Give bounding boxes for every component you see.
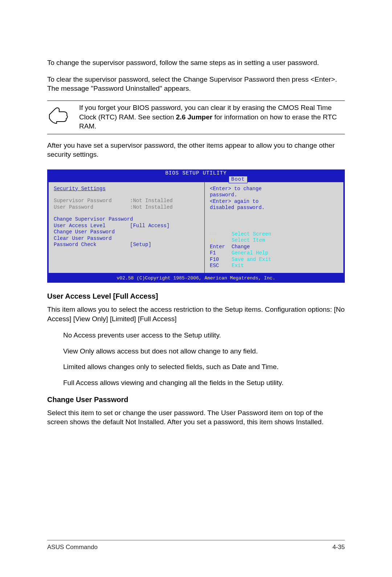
bios-title: BIOS SETUP UTILITY: [165, 170, 226, 176]
legend-key: F1: [210, 250, 232, 257]
ual-option: Full Access allows viewing and changing …: [63, 378, 345, 388]
bios-item[interactable]: Change Supervisor Password: [54, 216, 200, 223]
note-block: If you forget your BIOS password, you ca…: [47, 103, 345, 131]
bios-help-line: password.: [210, 192, 337, 199]
bios-right-pane: <Enter> to change password. <Enter> agai…: [205, 182, 343, 273]
para-cup-desc: Select this item to set or change the us…: [47, 408, 345, 427]
bios-help-line: <Enter> again to: [210, 199, 337, 205]
bios-section-title: Security Settings: [54, 186, 200, 192]
bios-help: <Enter> to change password. <Enter> agai…: [210, 186, 337, 211]
bios-item-value: [130, 229, 200, 236]
bios-screen: BIOS SETUP UTILITY Boot Security Setting…: [47, 169, 345, 283]
bios-item[interactable]: Clear User Password: [54, 236, 200, 242]
bios-legend-row: F1General Help: [210, 250, 337, 257]
footer-page-number: 4-35: [332, 543, 345, 552]
legend-text: Exit: [232, 263, 244, 269]
bios-legend-row: ESCExit: [210, 263, 337, 269]
legend-text: Select Screen: [232, 231, 271, 238]
ual-option-list: No Access prevents user access to the Se…: [63, 331, 345, 388]
note-bold: 2.6 Jumper: [176, 113, 212, 121]
bios-item-label: Change User Password: [54, 229, 130, 236]
legend-text: Save and Exit: [232, 257, 271, 263]
bios-item[interactable]: Change User Password: [54, 229, 200, 236]
bios-title-bar: BIOS SETUP UTILITY Boot: [47, 169, 345, 177]
heading-change-user-password: Change User Password: [47, 395, 345, 405]
bios-item-label: Change Supervisor Password: [54, 216, 133, 223]
bios-item-value: [Full Access]: [130, 223, 200, 229]
bios-body: Security Settings Supervisor Password :N…: [47, 177, 345, 274]
bios-legend-row: F10Save and Exit: [210, 257, 337, 263]
heading-user-access-level: User Access Level [Full Access]: [47, 291, 345, 301]
bios-item-value: [Setup]: [130, 242, 200, 248]
bios-item-value: [130, 236, 200, 242]
legend-text: Change: [232, 244, 250, 250]
bios-item[interactable]: User Access Level [Full Access]: [54, 223, 200, 229]
bios-status-value: :Not Installed: [130, 198, 200, 204]
bios-help-line: <Enter> to change: [210, 186, 337, 192]
bios-status-value: :Not Installed: [130, 204, 200, 211]
para-ual-desc: This item allows you to select the acces…: [47, 305, 345, 323]
note-separator-top: [47, 101, 345, 101]
note-separator-bottom: [47, 134, 345, 134]
ual-option: No Access prevents user access to the Se…: [63, 331, 345, 340]
para-change-supervisor: To change the supervisor password, follo…: [47, 58, 345, 67]
ual-option: Limited allows changes only to selected …: [63, 362, 345, 372]
para-clear-supervisor: To clear the supervisor password, select…: [47, 75, 345, 93]
bios-legend: ←→Select Screen↑↓Select ItemEnterChangeF…: [210, 231, 337, 269]
note-text: If you forget your BIOS password, you ca…: [79, 103, 345, 131]
bios-item[interactable]: Password Check [Setup]: [54, 242, 200, 248]
bios-legend-row: ←→Select Screen: [210, 231, 337, 238]
para-after-note: After you have set a supervisor password…: [47, 141, 345, 159]
legend-key: Enter: [210, 244, 232, 250]
legend-key: ←→: [210, 231, 232, 238]
bios-status-label: User Password: [54, 204, 130, 211]
bios-item-label: Password Check: [54, 242, 130, 248]
bios-copyright: v02.58 (C)Copyright 1985-2006, American …: [47, 274, 345, 283]
bios-items: Change Supervisor Password User Access L…: [54, 216, 200, 248]
bios-active-tab: Boot: [229, 176, 248, 183]
bios-item-label: User Access Level: [54, 223, 130, 229]
bios-legend-row: ↑↓Select Item: [210, 237, 337, 244]
hand-pointer-icon: [47, 105, 69, 125]
bios-legend-row: EnterChange: [210, 244, 337, 250]
bios-status-label: Supervisor Password: [54, 198, 130, 204]
legend-key: F10: [210, 257, 232, 263]
bios-left-pane: Security Settings Supervisor Password :N…: [49, 182, 205, 273]
ual-option: View Only allows access but does not all…: [63, 347, 345, 356]
bios-status-row: User Password :Not Installed: [54, 204, 200, 211]
bios-status-row: Supervisor Password :Not Installed: [54, 198, 200, 204]
manual-page: To change the supervisor password, follo…: [0, 0, 392, 577]
footer-product: ASUS Commando: [47, 543, 98, 552]
legend-key: ↑↓: [210, 237, 232, 244]
legend-text: General Help: [232, 250, 268, 257]
bios-item-value: [133, 216, 200, 223]
legend-text: Select Item: [232, 237, 265, 244]
bios-item-label: Clear User Password: [54, 236, 130, 242]
page-footer: ASUS Commando 4-35: [47, 540, 345, 552]
bios-help-line: disabled password.: [210, 205, 337, 211]
legend-key: ESC: [210, 263, 232, 269]
